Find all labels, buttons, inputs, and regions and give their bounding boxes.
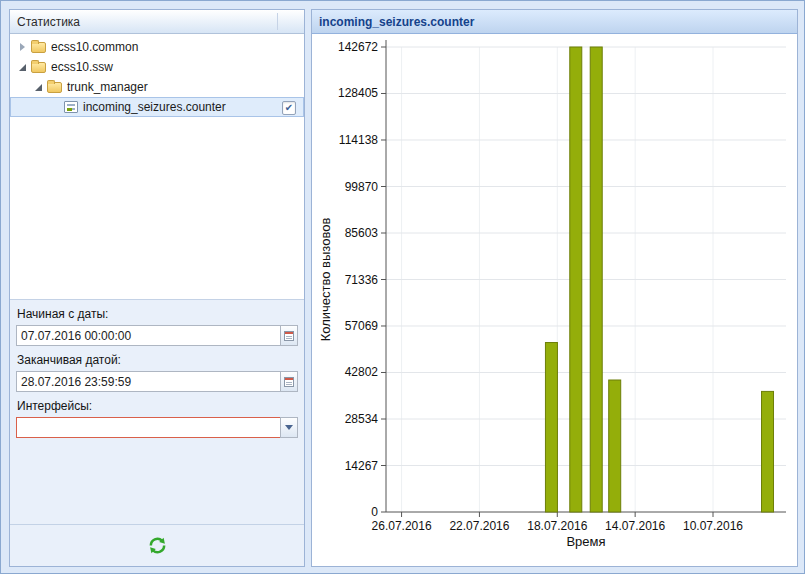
statistics-panel-header: Статистика [10, 10, 304, 34]
svg-text:142672: 142672 [338, 40, 378, 54]
end-date-label: Заканчивая датой: [17, 353, 298, 367]
bottom-toolbar [10, 524, 304, 566]
folder-open-icon [31, 62, 46, 73]
svg-text:22.07.2016: 22.07.2016 [449, 519, 509, 533]
svg-text:57069: 57069 [345, 319, 379, 333]
tree-node-label: trunk_manager [67, 80, 148, 94]
start-date-field [16, 325, 298, 346]
interfaces-input[interactable] [16, 417, 280, 438]
tree-node-trunk-manager[interactable]: trunk_manager [10, 77, 304, 97]
svg-text:14267: 14267 [345, 459, 379, 473]
svg-text:10.07.2016: 10.07.2016 [683, 519, 743, 533]
tree-node-label: ecss10.common [51, 40, 138, 54]
svg-text:14.07.2016: 14.07.2016 [605, 519, 665, 533]
svg-text:Количество вызовов: Количество вызовов [318, 218, 333, 342]
interfaces-label: Интерфейсы: [17, 399, 298, 413]
calendar-icon [284, 331, 294, 341]
svg-text:85603: 85603 [345, 226, 379, 240]
svg-text:26.07.2016: 26.07.2016 [372, 519, 432, 533]
svg-text:18.07.2016: 18.07.2016 [527, 519, 587, 533]
statistics-tree: ecss10.common ecss10.ssw trunk_manager i… [10, 34, 304, 300]
svg-text:128405: 128405 [338, 86, 378, 100]
svg-text:42802: 42802 [345, 365, 379, 379]
tree-node-label: incoming_seizures.counter [83, 100, 226, 114]
svg-text:Время: Время [566, 534, 605, 549]
svg-text:28534: 28534 [345, 412, 379, 426]
tree-node-ecss10-ssw[interactable]: ecss10.ssw [10, 57, 304, 77]
interfaces-dropdown-button[interactable] [280, 417, 298, 438]
folder-open-icon [47, 82, 62, 93]
svg-text:114138: 114138 [339, 133, 378, 147]
start-date-picker-button[interactable] [280, 325, 298, 346]
chart-panel-header: incoming_seizures.counter [312, 10, 797, 34]
chart-area: 26.07.201622.07.201618.07.201614.07.2016… [312, 34, 797, 566]
column-divider [277, 13, 278, 30]
date-filter-form: Начиная с даты: Заканчивая датой: Интерф… [10, 300, 304, 524]
statistics-panel: Статистика ecss10.common ecss10.ssw trun… [9, 9, 305, 567]
end-date-field [16, 371, 298, 392]
calendar-icon [284, 377, 294, 387]
interfaces-combo [16, 417, 298, 438]
expand-arrow-icon[interactable] [14, 39, 30, 55]
chart-panel: incoming_seizures.counter 26.07.201622.0… [311, 9, 798, 567]
tree-node-incoming-seizures-counter[interactable]: incoming_seizures.counter [10, 97, 304, 117]
refresh-button[interactable] [145, 533, 170, 558]
start-date-input[interactable] [16, 325, 280, 346]
collapse-arrow-icon[interactable] [14, 59, 30, 75]
counter-icon [64, 101, 78, 113]
end-date-input[interactable] [16, 371, 280, 392]
statistics-panel-title: Статистика [17, 15, 80, 29]
svg-text:71336: 71336 [345, 273, 379, 287]
counter-checkbox[interactable] [282, 101, 296, 115]
folder-icon [31, 42, 46, 53]
app-window: Статистика ecss10.common ecss10.ssw trun… [0, 0, 805, 574]
refresh-icon [148, 536, 167, 555]
chart-panel-title: incoming_seizures.counter [319, 15, 474, 29]
end-date-picker-button[interactable] [280, 371, 298, 392]
chevron-down-icon [285, 425, 293, 430]
tree-node-label: ecss10.ssw [51, 60, 113, 74]
svg-text:0: 0 [371, 505, 378, 519]
tree-node-ecss10-common[interactable]: ecss10.common [10, 37, 304, 57]
chart: 26.07.201622.07.201618.07.201614.07.2016… [312, 34, 797, 566]
start-date-label: Начиная с даты: [17, 307, 298, 321]
svg-text:99870: 99870 [345, 180, 379, 194]
collapse-arrow-icon[interactable] [30, 79, 46, 95]
